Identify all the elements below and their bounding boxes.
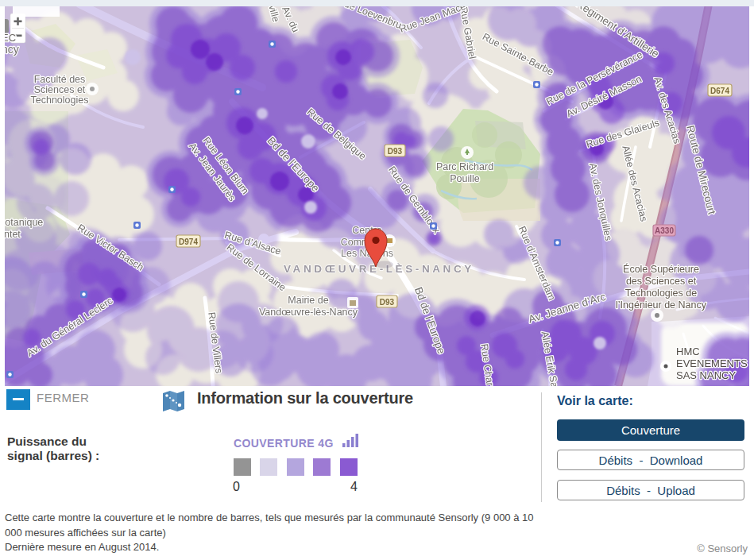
svg-text:D674: D674 — [710, 87, 729, 95]
svg-text:D93: D93 — [380, 298, 395, 307]
svg-text:Mairie de: Mairie de — [288, 295, 328, 306]
svg-text:Technologies de: Technologies de — [625, 288, 697, 299]
svg-text:HMC: HMC — [676, 346, 700, 357]
svg-text:Pouille: Pouille — [450, 173, 480, 184]
svg-text:l’Ingénieur de Nancy: l’Ingénieur de Nancy — [616, 299, 707, 311]
svg-text:EC: EC — [2, 32, 16, 44]
svg-text:Sciences et: Sciences et — [34, 84, 86, 95]
svg-text:Parc Richard: Parc Richard — [436, 161, 493, 172]
svg-text:D974: D974 — [179, 238, 198, 246]
svg-text:EVENEMENTS: EVENEMENTS — [676, 357, 748, 369]
svg-text:Faculté des: Faculté des — [34, 74, 86, 85]
svg-text:ncy: ncy — [2, 43, 19, 56]
svg-text:des Sciences et: des Sciences et — [626, 276, 697, 287]
svg-text:A330: A330 — [655, 226, 674, 235]
svg-text:ontet: ontet — [0, 229, 21, 240]
svg-text:École Supérieure: École Supérieure — [623, 263, 699, 275]
svg-text:SAS NANCY: SAS NANCY — [676, 369, 736, 381]
svg-text:D93: D93 — [388, 147, 403, 156]
svg-text:Botanique: Botanique — [0, 217, 43, 228]
svg-text:Vandœuvre-lès-Nancy: Vandœuvre-lès-Nancy — [259, 307, 358, 318]
svg-text:Technologies: Technologies — [31, 95, 89, 106]
